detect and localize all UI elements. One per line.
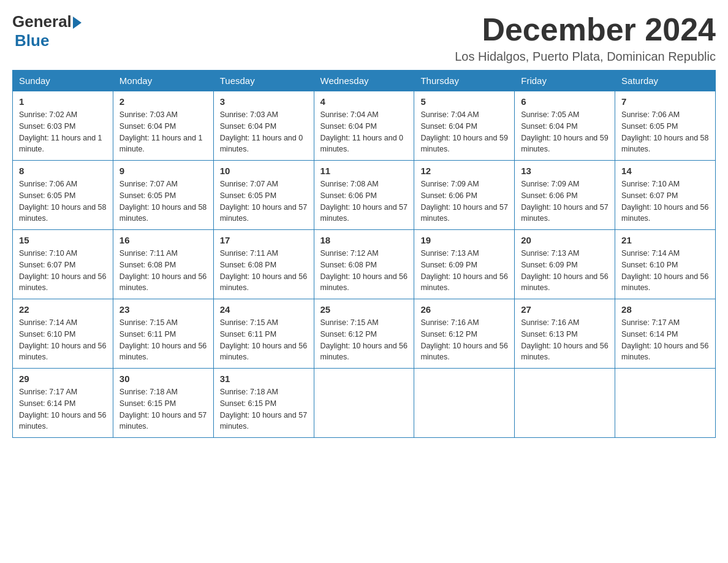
- day-info: Sunrise: 7:06 AMSunset: 6:05 PMDaylight:…: [19, 178, 107, 224]
- day-info: Sunrise: 7:15 AMSunset: 6:11 PMDaylight:…: [119, 317, 207, 363]
- calendar-cell: [314, 369, 414, 438]
- calendar-cell: 3Sunrise: 7:03 AMSunset: 6:04 PMDaylight…: [213, 91, 314, 161]
- day-number: 19: [420, 235, 508, 245]
- calendar-cell: 25Sunrise: 7:15 AMSunset: 6:12 PMDayligh…: [314, 299, 414, 369]
- week-row-5: 29Sunrise: 7:17 AMSunset: 6:14 PMDayligh…: [13, 369, 716, 438]
- day-info: Sunrise: 7:11 AMSunset: 6:08 PMDaylight:…: [220, 248, 308, 294]
- day-number: 23: [119, 304, 207, 315]
- calendar-cell: 26Sunrise: 7:16 AMSunset: 6:12 PMDayligh…: [414, 299, 515, 369]
- day-info: Sunrise: 7:07 AMSunset: 6:05 PMDaylight:…: [220, 178, 308, 224]
- day-info: Sunrise: 7:18 AMSunset: 6:15 PMDaylight:…: [119, 386, 207, 432]
- calendar-cell: 10Sunrise: 7:07 AMSunset: 6:05 PMDayligh…: [213, 161, 314, 230]
- days-header-row: SundayMondayTuesdayWednesdayThursdayFrid…: [13, 71, 716, 91]
- day-header-friday: Friday: [515, 71, 615, 91]
- calendar-cell: 6Sunrise: 7:05 AMSunset: 6:04 PMDaylight…: [515, 91, 615, 161]
- logo: General Blue: [12, 12, 82, 50]
- day-info: Sunrise: 7:15 AMSunset: 6:11 PMDaylight:…: [220, 317, 308, 363]
- day-info: Sunrise: 7:10 AMSunset: 6:07 PMDaylight:…: [19, 248, 107, 294]
- day-number: 28: [621, 304, 709, 315]
- day-info: Sunrise: 7:14 AMSunset: 6:10 PMDaylight:…: [621, 248, 709, 294]
- calendar-cell: 29Sunrise: 7:17 AMSunset: 6:14 PMDayligh…: [13, 369, 113, 438]
- day-info: Sunrise: 7:13 AMSunset: 6:09 PMDaylight:…: [521, 248, 609, 294]
- calendar-cell: 30Sunrise: 7:18 AMSunset: 6:15 PMDayligh…: [113, 369, 213, 438]
- day-info: Sunrise: 7:09 AMSunset: 6:06 PMDaylight:…: [420, 178, 508, 224]
- calendar-cell: 19Sunrise: 7:13 AMSunset: 6:09 PMDayligh…: [414, 230, 515, 299]
- day-info: Sunrise: 7:08 AMSunset: 6:06 PMDaylight:…: [320, 178, 408, 224]
- day-info: Sunrise: 7:10 AMSunset: 6:07 PMDaylight:…: [621, 178, 709, 224]
- day-number: 5: [420, 96, 508, 107]
- calendar-cell: 4Sunrise: 7:04 AMSunset: 6:04 PMDaylight…: [314, 91, 414, 161]
- day-number: 11: [320, 166, 408, 176]
- week-row-3: 15Sunrise: 7:10 AMSunset: 6:07 PMDayligh…: [13, 230, 716, 299]
- day-number: 31: [220, 373, 308, 384]
- day-number: 16: [119, 235, 207, 245]
- day-info: Sunrise: 7:15 AMSunset: 6:12 PMDaylight:…: [320, 317, 408, 363]
- day-info: Sunrise: 7:13 AMSunset: 6:09 PMDaylight:…: [420, 248, 508, 294]
- day-number: 12: [420, 166, 508, 176]
- calendar-cell: 8Sunrise: 7:06 AMSunset: 6:05 PMDaylight…: [13, 161, 113, 230]
- calendar-cell: 24Sunrise: 7:15 AMSunset: 6:11 PMDayligh…: [213, 299, 314, 369]
- day-number: 20: [521, 235, 609, 245]
- day-info: Sunrise: 7:17 AMSunset: 6:14 PMDaylight:…: [19, 386, 107, 432]
- calendar-cell: 18Sunrise: 7:12 AMSunset: 6:08 PMDayligh…: [314, 230, 414, 299]
- calendar-cell: 14Sunrise: 7:10 AMSunset: 6:07 PMDayligh…: [615, 161, 716, 230]
- day-header-wednesday: Wednesday: [314, 71, 414, 91]
- week-row-1: 1Sunrise: 7:02 AMSunset: 6:03 PMDaylight…: [13, 91, 716, 161]
- day-info: Sunrise: 7:06 AMSunset: 6:05 PMDaylight:…: [621, 109, 709, 155]
- day-number: 29: [19, 373, 107, 384]
- calendar-cell: 22Sunrise: 7:14 AMSunset: 6:10 PMDayligh…: [13, 299, 113, 369]
- day-number: 25: [320, 304, 408, 315]
- calendar-cell: 28Sunrise: 7:17 AMSunset: 6:14 PMDayligh…: [615, 299, 716, 369]
- page-header: General Blue December 2024 Los Hidalgos,…: [12, 12, 716, 64]
- logo-arrow-icon: [73, 17, 82, 29]
- calendar-cell: 9Sunrise: 7:07 AMSunset: 6:05 PMDaylight…: [113, 161, 213, 230]
- week-row-2: 8Sunrise: 7:06 AMSunset: 6:05 PMDaylight…: [13, 161, 716, 230]
- calendar-cell: 11Sunrise: 7:08 AMSunset: 6:06 PMDayligh…: [314, 161, 414, 230]
- day-header-monday: Monday: [113, 71, 213, 91]
- day-number: 21: [621, 235, 709, 245]
- calendar-cell: 27Sunrise: 7:16 AMSunset: 6:13 PMDayligh…: [515, 299, 615, 369]
- day-info: Sunrise: 7:09 AMSunset: 6:06 PMDaylight:…: [521, 178, 609, 224]
- calendar-cell: 5Sunrise: 7:04 AMSunset: 6:04 PMDaylight…: [414, 91, 515, 161]
- calendar-cell: 16Sunrise: 7:11 AMSunset: 6:08 PMDayligh…: [113, 230, 213, 299]
- calendar-cell: 31Sunrise: 7:18 AMSunset: 6:15 PMDayligh…: [213, 369, 314, 438]
- location-text: Los Hidalgos, Puerto Plata, Dominican Re…: [455, 50, 716, 64]
- calendar-cell: 15Sunrise: 7:10 AMSunset: 6:07 PMDayligh…: [13, 230, 113, 299]
- day-info: Sunrise: 7:17 AMSunset: 6:14 PMDaylight:…: [621, 317, 709, 363]
- calendar-cell: 12Sunrise: 7:09 AMSunset: 6:06 PMDayligh…: [414, 161, 515, 230]
- day-info: Sunrise: 7:14 AMSunset: 6:10 PMDaylight:…: [19, 317, 107, 363]
- calendar-cell: [515, 369, 615, 438]
- day-header-saturday: Saturday: [615, 71, 716, 91]
- day-number: 8: [19, 166, 107, 176]
- day-info: Sunrise: 7:03 AMSunset: 6:04 PMDaylight:…: [220, 109, 308, 155]
- calendar-cell: 23Sunrise: 7:15 AMSunset: 6:11 PMDayligh…: [113, 299, 213, 369]
- day-number: 9: [119, 166, 207, 176]
- day-number: 13: [521, 166, 609, 176]
- day-header-thursday: Thursday: [414, 71, 515, 91]
- title-section: December 2024 Los Hidalgos, Puerto Plata…: [455, 12, 716, 64]
- day-info: Sunrise: 7:12 AMSunset: 6:08 PMDaylight:…: [320, 248, 408, 294]
- day-number: 10: [220, 166, 308, 176]
- logo-blue-text: Blue: [15, 31, 49, 50]
- day-info: Sunrise: 7:18 AMSunset: 6:15 PMDaylight:…: [220, 386, 308, 432]
- day-info: Sunrise: 7:04 AMSunset: 6:04 PMDaylight:…: [420, 109, 508, 155]
- day-info: Sunrise: 7:07 AMSunset: 6:05 PMDaylight:…: [119, 178, 207, 224]
- day-header-sunday: Sunday: [13, 71, 113, 91]
- day-number: 1: [19, 96, 107, 107]
- calendar-cell: 7Sunrise: 7:06 AMSunset: 6:05 PMDaylight…: [615, 91, 716, 161]
- calendar-cell: 1Sunrise: 7:02 AMSunset: 6:03 PMDaylight…: [13, 91, 113, 161]
- day-number: 30: [119, 373, 207, 384]
- day-info: Sunrise: 7:04 AMSunset: 6:04 PMDaylight:…: [320, 109, 408, 155]
- day-number: 4: [320, 96, 408, 107]
- calendar-cell: [414, 369, 515, 438]
- day-number: 3: [220, 96, 308, 107]
- day-info: Sunrise: 7:16 AMSunset: 6:12 PMDaylight:…: [420, 317, 508, 363]
- day-number: 2: [119, 96, 207, 107]
- calendar-cell: 2Sunrise: 7:03 AMSunset: 6:04 PMDaylight…: [113, 91, 213, 161]
- calendar-cell: 13Sunrise: 7:09 AMSunset: 6:06 PMDayligh…: [515, 161, 615, 230]
- calendar-cell: [615, 369, 716, 438]
- day-header-tuesday: Tuesday: [213, 71, 314, 91]
- day-number: 17: [220, 235, 308, 245]
- day-info: Sunrise: 7:03 AMSunset: 6:04 PMDaylight:…: [119, 109, 207, 155]
- month-title: December 2024: [455, 12, 716, 47]
